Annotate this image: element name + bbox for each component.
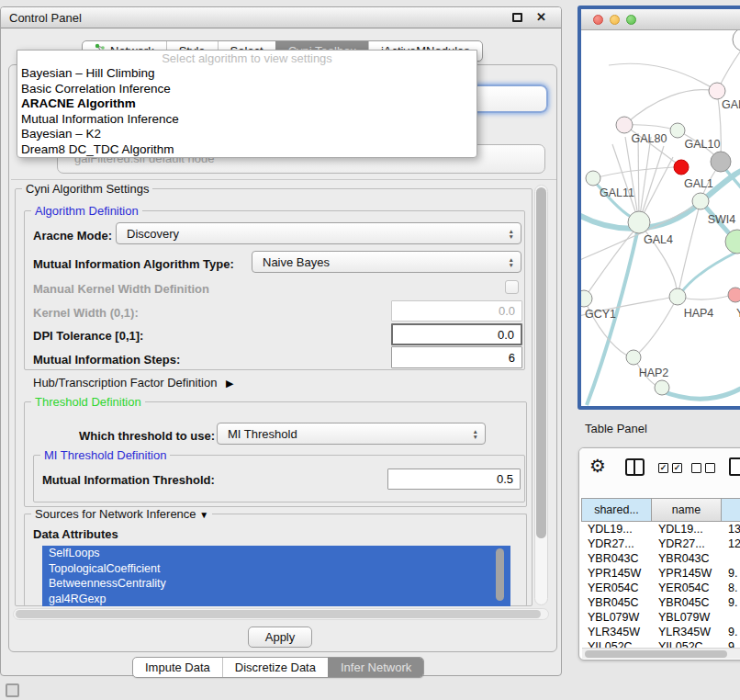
- gear-icon[interactable]: ⚙: [589, 455, 606, 477]
- network-window-titlebar: [581, 9, 740, 30]
- network-node-hap2[interactable]: [626, 350, 641, 365]
- select-all-checkbox-icon[interactable]: ✓: [672, 463, 682, 473]
- mi-threshold-input[interactable]: [387, 469, 521, 490]
- data-attribute-item[interactable]: SelfLoops: [42, 546, 510, 561]
- data-attribute-item[interactable]: gal4RGexp: [42, 592, 510, 607]
- column-header[interactable]: [722, 498, 740, 522]
- network-node-gcy1[interactable]: [581, 290, 592, 307]
- table-cell: YDL19...: [581, 522, 652, 536]
- table-header-row: shared...name: [581, 498, 740, 522]
- network-node[interactable]: [733, 30, 740, 51]
- column-header[interactable]: shared...: [581, 498, 652, 522]
- table-toolbar: ⚙ ✓ ✓: [579, 448, 740, 497]
- table-cell: YLR345W: [581, 625, 652, 639]
- network-node[interactable]: [655, 380, 669, 395]
- algorithm-option[interactable]: ARACNE Algorithm: [17, 96, 477, 112]
- network-canvas[interactable]: GALGAL80GAL10GAL1GAL11SWI4GAL4GCY1HAP4YH…: [581, 30, 740, 406]
- network-node-hap4[interactable]: [669, 288, 686, 305]
- zoom-window-icon[interactable]: [626, 15, 636, 25]
- aracne-mode-label: Aracne Mode:: [33, 229, 112, 243]
- tab-label: Discretize Data: [235, 658, 316, 678]
- network-node-gal11[interactable]: [586, 171, 600, 186]
- deselect-checkbox-icon[interactable]: [705, 463, 715, 473]
- sources-title-text: Sources for Network Inference: [35, 507, 196, 521]
- table-row[interactable]: YPR145WYPR145W9.: [581, 566, 740, 581]
- manual-kernel-checkbox[interactable]: [505, 280, 519, 294]
- cyni-algorithm-settings-title: Cyni Algorithm Settings: [22, 182, 152, 196]
- dpi-tolerance-label: DPI Tolerance [0,1]:: [33, 329, 143, 343]
- deselect-checkbox-icon[interactable]: [691, 463, 701, 473]
- network-node-y[interactable]: [728, 288, 740, 302]
- node-label: GCY1: [585, 308, 616, 321]
- select-all-checkbox-icon[interactable]: ✓: [658, 463, 668, 473]
- spinner-arrows-icon: ▲▼: [509, 257, 514, 267]
- float-panel-icon[interactable]: [512, 13, 522, 22]
- table-cell: YDR27...: [581, 536, 652, 551]
- table-row[interactable]: YIL052CYIL052C9.: [581, 639, 740, 648]
- table-cell: YIL052C: [652, 639, 722, 648]
- which-threshold-combo[interactable]: MI Threshold ▲▼: [217, 423, 486, 445]
- mi-type-value: Naive Bayes: [263, 255, 330, 269]
- tab-discretize-data[interactable]: Discretize Data: [222, 658, 328, 677]
- node-label: HAP2: [639, 367, 669, 379]
- mi-type-label: Mutual Information Algorithm Type:: [33, 257, 234, 271]
- close-icon[interactable]: ✕: [536, 10, 546, 24]
- kernel-width-input[interactable]: [391, 300, 522, 322]
- table-horizontal-scrollbar[interactable]: [582, 648, 740, 659]
- data-attributes-list[interactable]: SelfLoopsTopologicalCoefficientBetweenne…: [42, 546, 510, 606]
- algorithm-option[interactable]: Basic Correlation Inference: [17, 82, 477, 97]
- algorithm-option[interactable]: Bayesian – K2: [17, 127, 477, 142]
- table-document-icon[interactable]: [729, 457, 740, 476]
- column-header[interactable]: name: [652, 498, 722, 522]
- which-threshold-label: Which threshold to use:: [79, 429, 215, 443]
- tab-infer-network[interactable]: Infer Network: [328, 658, 423, 677]
- attributes-scrollbar[interactable]: [495, 548, 506, 604]
- table-row[interactable]: YBR045CYBR045C9.: [581, 595, 740, 610]
- algorithm-option[interactable]: Dream8 DC_TDC Algorithm: [17, 142, 477, 158]
- table-row[interactable]: YBR043CYBR043C: [581, 551, 740, 566]
- algorithm-option[interactable]: Mutual Information Inference: [17, 112, 477, 128]
- network-node[interactable]: [674, 160, 689, 175]
- tab-impute-data[interactable]: Impute Data: [133, 658, 222, 677]
- algorithm-option[interactable]: Bayesian – Hill Climbing: [17, 66, 477, 82]
- minimize-window-icon[interactable]: [610, 15, 620, 25]
- dpi-tolerance-input[interactable]: [391, 323, 522, 345]
- table-cell: YBL079W: [581, 610, 652, 625]
- mi-type-combo[interactable]: Naive Bayes ▲▼: [252, 251, 521, 273]
- columns-icon[interactable]: [625, 458, 645, 476]
- table-cell: YER054C: [581, 581, 652, 595]
- table-row[interactable]: YDL19...YDL19...13: [581, 522, 740, 536]
- which-threshold-value: MI Threshold: [228, 427, 297, 441]
- network-node-gal80[interactable]: [616, 117, 633, 133]
- network-node-swi4[interactable]: [692, 193, 709, 209]
- hub-definition-toggle[interactable]: Hub/Transcription Factor Definition ▶: [33, 376, 233, 390]
- table-row[interactable]: YER054CYER054C8.: [581, 581, 740, 595]
- kernel-width-label: Kernel Width (0,1):: [33, 306, 139, 320]
- network-node-gal1[interactable]: [711, 152, 731, 172]
- algorithm-options: Bayesian – Hill ClimbingBasic Correlatio…: [17, 66, 477, 157]
- data-attribute-item[interactable]: BetweennessCentrality: [42, 576, 510, 592]
- table-cell: YER054C: [652, 581, 722, 595]
- settings-vertical-scrollbar[interactable]: [534, 185, 548, 605]
- network-node-gal4[interactable]: [628, 211, 650, 233]
- spinner-down-icon: ▼: [473, 434, 478, 439]
- spinner-down-icon: ▼: [509, 233, 514, 239]
- mi-steps-label: Mutual Information Steps:: [33, 353, 180, 367]
- mi-steps-input[interactable]: [391, 346, 522, 368]
- table-cell: YBL079W: [652, 610, 722, 625]
- sources-title[interactable]: Sources for Network Inference ▼: [31, 507, 212, 522]
- hub-definition-label: Hub/Transcription Factor Definition: [33, 376, 217, 390]
- table-cell: YBR045C: [652, 595, 722, 610]
- close-window-icon[interactable]: [593, 15, 603, 25]
- table-row[interactable]: YLR345WYLR345W9.: [581, 625, 740, 639]
- aracne-mode-combo[interactable]: Discovery ▲▼: [116, 222, 521, 244]
- settings-horizontal-scrollbar[interactable]: [13, 608, 549, 620]
- table-row[interactable]: YDR27...YDR27...12: [581, 536, 740, 551]
- table-row[interactable]: YBL079WYBL079W: [581, 610, 740, 625]
- network-node-gal10[interactable]: [670, 123, 685, 138]
- data-attributes-label: Data Attributes: [33, 527, 118, 541]
- network-node-gal[interactable]: [709, 83, 725, 99]
- dock-panel-icon[interactable]: [6, 683, 19, 697]
- data-attribute-item[interactable]: TopologicalCoefficient: [42, 561, 510, 577]
- apply-button[interactable]: Apply: [248, 627, 312, 648]
